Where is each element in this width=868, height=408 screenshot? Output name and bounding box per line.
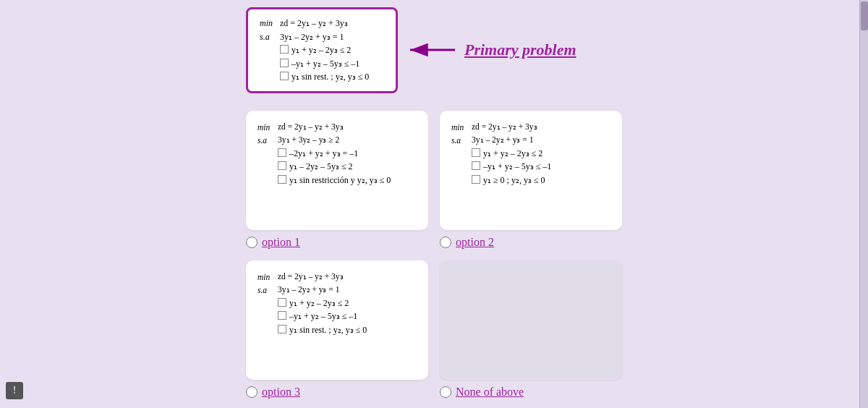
checkbox-icon (278, 175, 286, 184)
option3-radio-row[interactable]: option 3 (246, 386, 300, 399)
option1-card: min s.a zd = 2y₁ – y₂ + 3y₃ 3y₁ + 3y₂ – … (246, 111, 428, 230)
primary-equations: zd = 2y₁ – y₂ + 3y₃ 3y₁ – 2y₂ + y₃ = 1 y… (280, 17, 369, 84)
options-grid: min s.a zd = 2y₁ – y₂ + 3y₃ 3y₁ + 3y₂ – … (246, 111, 622, 399)
option3-label[interactable]: option 3 (262, 386, 300, 399)
primary-problem-area: min s.a zd = 2y₁ – y₂ + 3y₃ 3y₁ – 2y₂ + … (246, 7, 854, 93)
option-cell-2: min s.a zd = 2y₁ – y₂ + 3y₃ 3y₁ – 2y₂ + … (440, 111, 622, 249)
option-cell-3: min s.a zd = 2y₁ – y₂ + 3y₃ 3y₁ – 2y₂ + … (246, 260, 428, 399)
checkbox-icon (278, 161, 286, 170)
scrollbar[interactable] (859, 0, 868, 408)
checkbox-icon (472, 161, 480, 170)
checkbox-icon (280, 59, 289, 67)
option4-card (440, 260, 622, 380)
primary-min-label: min s.a (260, 17, 276, 84)
option3-radio[interactable] (246, 386, 258, 398)
option1-radio-row[interactable]: option 1 (246, 236, 300, 249)
primary-problem-label: Primary problem (464, 41, 576, 59)
option1-label[interactable]: option 1 (262, 236, 300, 249)
option2-radio[interactable] (440, 237, 451, 248)
option4-radio[interactable] (440, 386, 451, 398)
option4-radio-row[interactable]: None of above (440, 386, 524, 399)
option4-label[interactable]: None of above (456, 386, 524, 399)
arrow-area (404, 35, 461, 64)
checkbox-icon (278, 325, 286, 333)
option2-card: min s.a zd = 2y₁ – y₂ + 3y₃ 3y₁ – 2y₂ + … (440, 111, 622, 230)
checkbox-icon (280, 45, 289, 54)
checkbox-icon (472, 148, 480, 157)
checkbox-icon (278, 311, 286, 320)
scrollbar-thumb[interactable] (861, 1, 868, 30)
checkbox-icon (472, 175, 480, 184)
arrow-icon (404, 35, 461, 64)
option-cell-4: None of above (440, 260, 622, 399)
checkbox-icon (278, 298, 286, 307)
option2-radio-row[interactable]: option 2 (440, 236, 494, 249)
checkbox-icon (280, 72, 289, 80)
option3-card: min s.a zd = 2y₁ – y₂ + 3y₃ 3y₁ – 2y₂ + … (246, 260, 428, 380)
option2-label[interactable]: option 2 (456, 236, 494, 249)
notification-icon[interactable]: ! (6, 382, 23, 399)
primary-problem-box: min s.a zd = 2y₁ – y₂ + 3y₃ 3y₁ – 2y₂ + … (246, 7, 398, 93)
checkbox-icon (278, 148, 286, 157)
option-cell-1: min s.a zd = 2y₁ – y₂ + 3y₃ 3y₁ + 3y₂ – … (246, 111, 428, 249)
main-content: min s.a zd = 2y₁ – y₂ + 3y₃ 3y₁ – 2y₂ + … (246, 0, 854, 408)
option1-radio[interactable] (246, 237, 258, 248)
